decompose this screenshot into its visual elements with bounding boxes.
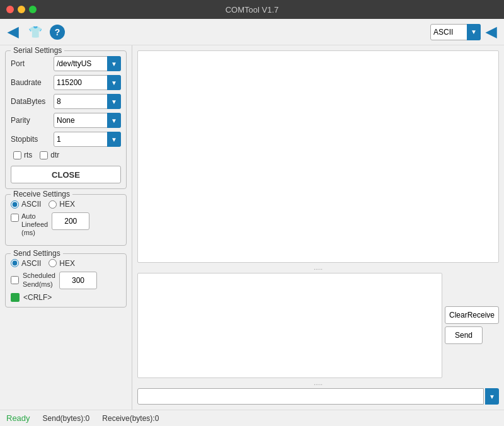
databytes-label: DataBytes: [11, 97, 54, 106]
receive-settings-legend: Receive Settings: [11, 190, 72, 199]
theme-button[interactable]: 👕: [26, 24, 45, 40]
toolbar: ◀ 👕 ? ASCII HEX UTF-8 ▼ ◀: [0, 19, 504, 45]
window-controls: [6, 6, 37, 13]
send-hex-item: HEX: [49, 259, 75, 268]
receive-hex-item: HEX: [49, 200, 75, 209]
scheduled-send-checkbox[interactable]: [11, 276, 19, 284]
receive-encoding-group: ASCII HEX: [11, 200, 121, 209]
send-text-area[interactable]: [137, 273, 442, 378]
serial-settings-section: Serial Settings Port /dev/ttyUS /dev/tty…: [5, 50, 127, 189]
linefeed-row: AutoLinefeed(ms) 200: [11, 212, 121, 238]
title-bar: COMTool V1.7: [0, 0, 504, 19]
dtr-checkbox[interactable]: [40, 151, 48, 159]
parity-label: Parity: [11, 116, 54, 125]
dtr-label: dtr: [50, 151, 59, 159]
help-button[interactable]: ?: [50, 25, 65, 40]
rts-label: rts: [24, 151, 32, 159]
dtr-item: dtr: [40, 151, 59, 159]
toolbar-left: ◀ 👕 ?: [5, 23, 65, 42]
serial-settings-legend: Serial Settings: [11, 46, 64, 55]
parity-select[interactable]: None Even Odd Mark Space: [54, 113, 121, 128]
send-button[interactable]: Send: [445, 326, 483, 344]
baudrate-row: Baudrate 9600 19200 38400 57600 115200 2…: [11, 75, 121, 90]
window-minimize-button[interactable]: [18, 6, 25, 13]
receive-hex-label: HEX: [59, 200, 75, 209]
status-ready-label: Ready: [6, 413, 30, 423]
send-ascii-label: ASCII: [21, 259, 41, 268]
stopbits-select-wrapper: 1 1.5 2 ▼: [54, 132, 121, 147]
send-ascii-radio[interactable]: [11, 259, 19, 267]
send-hex-label: HEX: [59, 259, 75, 268]
rts-item: rts: [13, 151, 32, 159]
baudrate-select-wrapper: 9600 19200 38400 57600 115200 230400 ▼: [54, 75, 121, 90]
toolbar-right: ASCII HEX UTF-8 ▼ ◀: [430, 23, 499, 42]
scheduled-label: ScheduledSend(ms): [23, 272, 55, 288]
stopbits-select[interactable]: 1 1.5 2: [54, 132, 121, 147]
databytes-select[interactable]: 5 6 7 8: [54, 94, 121, 109]
baudrate-select[interactable]: 9600 19200 38400 57600 115200 230400: [54, 75, 121, 90]
databytes-row: DataBytes 5 6 7 8 ▼: [11, 94, 121, 109]
back-button[interactable]: ◀: [5, 23, 21, 42]
port-select-wrapper: /dev/ttyUS /dev/ttyUSB0 /dev/ttyS0 ▼: [54, 56, 121, 71]
send-icon-button[interactable]: ◀: [483, 23, 499, 42]
parity-row: Parity None Even Odd Mark Space ▼: [11, 113, 121, 128]
port-select[interactable]: /dev/ttyUS /dev/ttyUSB0 /dev/ttyS0: [54, 56, 121, 71]
send-bytes-label: Send(bytes):0: [43, 414, 90, 423]
divider-bottom: .....: [137, 381, 499, 386]
auto-linefeed-checkbox[interactable]: [11, 214, 19, 222]
receive-display-area[interactable]: [137, 50, 499, 263]
rts-checkbox[interactable]: [13, 151, 21, 159]
main-container: ◀ 👕 ? ASCII HEX UTF-8 ▼ ◀ Serial Setting…: [0, 19, 504, 426]
linefeed-label-item: AutoLinefeed(ms): [11, 212, 48, 238]
send-encoding-group: ASCII HEX: [11, 259, 121, 268]
encoding-select[interactable]: ASCII HEX UTF-8: [430, 24, 481, 40]
parity-select-wrapper: None Even Odd Mark Space ▼: [54, 113, 121, 128]
scheduled-input[interactable]: 300: [59, 272, 97, 289]
linefeed-input[interactable]: 200: [52, 212, 89, 230]
window-maximize-button[interactable]: [29, 6, 37, 13]
crlf-indicator: [11, 293, 20, 302]
window-title: COMTool V1.7: [226, 5, 279, 14]
send-hex-radio[interactable]: [49, 259, 57, 267]
crlf-label: <CRLF>: [23, 293, 52, 302]
window-close-button[interactable]: [6, 6, 14, 13]
port-label: Port: [11, 59, 54, 68]
divider-top: .....: [137, 265, 499, 270]
stopbits-row: Stopbits 1 1.5 2 ▼: [11, 132, 121, 147]
databytes-select-wrapper: 5 6 7 8 ▼: [54, 94, 121, 109]
encoding-select-wrapper: ASCII HEX UTF-8 ▼: [430, 24, 481, 40]
close-port-button[interactable]: CLOSE: [11, 166, 121, 183]
send-input-row: ▼: [137, 388, 499, 405]
right-panel: ..... ClearReceive Send ..... ▼: [132, 45, 504, 410]
baudrate-label: Baudrate: [11, 78, 54, 87]
rts-dtr-row: rts dtr: [11, 151, 121, 159]
receive-ascii-radio[interactable]: [11, 200, 19, 209]
status-bar: Ready Send(bytes):0 Receive(bytes):0: [0, 410, 504, 426]
receive-hex-radio[interactable]: [49, 200, 57, 209]
receive-ascii-label: ASCII: [21, 200, 41, 209]
send-ascii-item: ASCII: [11, 259, 41, 268]
content-area: Serial Settings Port /dev/ttyUS /dev/tty…: [0, 45, 504, 410]
receive-bytes-label: Receive(bytes):0: [102, 414, 159, 423]
send-input-arrow-button[interactable]: ▼: [485, 388, 499, 405]
send-input-field[interactable]: [137, 388, 484, 405]
send-settings-section: Send Settings ASCII HEX ScheduledSend(ms…: [5, 253, 127, 308]
left-panel: Serial Settings Port /dev/ttyUS /dev/tty…: [0, 45, 132, 410]
port-row: Port /dev/ttyUS /dev/ttyUSB0 /dev/ttyS0 …: [11, 56, 121, 71]
auto-linefeed-label: AutoLinefeed(ms): [21, 212, 48, 238]
scheduled-row: ScheduledSend(ms) 300: [11, 272, 121, 289]
receive-settings-section: Receive Settings ASCII HEX AutoLinefeed(…: [5, 194, 127, 246]
receive-ascii-item: ASCII: [11, 200, 41, 209]
send-settings-legend: Send Settings: [11, 249, 63, 258]
stopbits-label: Stopbits: [11, 135, 54, 144]
clear-receive-button[interactable]: ClearReceive: [445, 306, 499, 324]
send-section: ClearReceive Send: [137, 273, 499, 378]
crlf-row: <CRLF>: [11, 293, 121, 302]
send-buttons: ClearReceive Send: [445, 273, 499, 378]
